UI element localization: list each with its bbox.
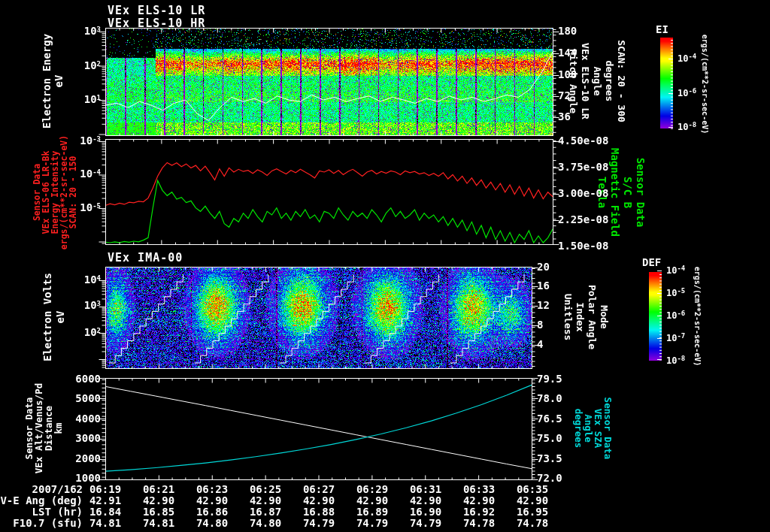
axis-tick-label: 3000 [75, 433, 101, 444]
table-cell: 42.90 [410, 495, 441, 506]
table-cell: 42.91 [89, 495, 121, 506]
table-cell: 74.78 [517, 518, 548, 529]
table-cell: 74.79 [410, 518, 441, 529]
axis-tick-label: 20 [537, 261, 550, 273]
axis-tick-label: 10-7 [666, 333, 685, 343]
exponent: -4 [677, 264, 685, 272]
axis-tick-label: 180 [558, 26, 577, 37]
exponent: -8 [677, 355, 685, 362]
exponent: 3 [97, 300, 101, 307]
exponent: -5 [92, 202, 101, 210]
axis-tick-label: 36 [558, 111, 571, 122]
table-cell: 42.90 [196, 495, 228, 506]
time-label: 06:21 [143, 484, 174, 495]
time-label: 06:29 [356, 484, 388, 495]
table-cell: 74.81 [143, 518, 174, 529]
axis-tick-label: 3.75e-08 [558, 162, 608, 173]
axis-tick-label: 72 [558, 90, 571, 101]
axis-tick-label: 10-5 [80, 202, 101, 213]
table-cell: 16.89 [356, 506, 388, 518]
mag-left-axis-label: Sensor Data VEx ELS-06 LR-Bk Energy Inte… [32, 135, 77, 249]
table-cell: 42.90 [143, 495, 174, 506]
table-cell: 74.79 [303, 518, 335, 529]
ima-left-axis-label: Electron Volts eV [41, 273, 67, 361]
els-left-axis-label: Electron Energy eV [41, 34, 65, 128]
orbit-left-axis-label: Sensor Data VEx Alt/Venus/Pd Distance km [24, 383, 63, 473]
exponent: -4 [688, 53, 696, 60]
orbit-right-axis-label: Sensor Data VEx SZA Angle degrees [574, 397, 613, 460]
table-cell: 74.81 [89, 518, 121, 529]
exponent: -8 [688, 121, 696, 128]
axis-tick-label: 1000 [75, 473, 101, 484]
time-label: 06:33 [463, 484, 495, 495]
els-lr-title: VEx ELS-10 LR [108, 5, 205, 17]
table-cell: 42.90 [303, 495, 335, 506]
table-cell: 16.95 [517, 506, 548, 518]
axis-tick-label: 144 [558, 47, 577, 59]
table-cell: 42.90 [463, 495, 495, 506]
exponent: -6 [677, 310, 685, 317]
table-cell: 42.90 [250, 495, 281, 506]
axis-tick-label: 103 [84, 26, 101, 37]
time-label: 06:19 [89, 484, 121, 495]
table-cell: 16.87 [250, 506, 281, 518]
date-label: 2007/162 [32, 484, 83, 495]
axis-tick-label: 78.0 [537, 393, 562, 404]
els-hr-title: VEx ELS-10 HR [108, 18, 205, 30]
exponent: 1 [97, 94, 101, 101]
table-cell: 74.79 [356, 518, 388, 529]
table-cell: 16.85 [143, 506, 174, 518]
axis-tick-label: 10-6 [678, 88, 696, 98]
table-row-label: F10.7 (sfu) [13, 518, 83, 529]
table-cell: 16.88 [303, 506, 335, 518]
axis-tick-label: 79.5 [537, 373, 562, 385]
axis-tick-label: 5000 [75, 393, 101, 404]
exponent: 2 [97, 327, 101, 334]
science-plot-screen: VEx ELS-10 LR VEx ELS-10 HR VEx IMA-00 E… [0, 0, 770, 532]
axis-tick-label: 8 [537, 319, 543, 331]
time-label: 06:25 [250, 484, 281, 495]
axis-tick-label: 6000 [75, 373, 101, 385]
axis-tick-label: 10-4 [678, 53, 696, 64]
axis-tick-label: 103 [84, 300, 101, 311]
axis-tick-label: 102 [84, 327, 101, 338]
exponent: 2 [97, 60, 101, 68]
table-cell: 42.90 [517, 495, 548, 506]
axis-tick-label: 73.5 [537, 453, 562, 464]
table-cell: 16.90 [410, 506, 441, 518]
table-cell: 16.86 [196, 506, 228, 518]
table-cell: 74.80 [250, 518, 281, 529]
exponent: -4 [92, 168, 101, 176]
ima-colorbar-title: DEF [642, 257, 661, 268]
exponent: -7 [677, 332, 685, 340]
axis-tick-label: 10-4 [666, 265, 685, 276]
exponent: -3 [92, 135, 101, 143]
exponent: 3 [97, 26, 101, 33]
axis-tick-label: 1.50e-08 [558, 240, 608, 252]
time-label: 06:23 [196, 484, 228, 495]
exponent: -5 [677, 287, 685, 295]
axis-tick-label: 10-4 [80, 168, 101, 180]
ima-right-axis-label: Mode Polar Angle Index Unitless [562, 285, 610, 349]
axis-tick-label: 2000 [75, 453, 101, 464]
els-colorbar-title: EI [656, 24, 668, 35]
axis-tick-label: 4 [537, 339, 543, 350]
axis-tick-label: 10-3 [80, 135, 101, 147]
els-colorbar-units: ergs/(cm**2-sr-sec-eV) [701, 35, 709, 134]
axis-tick-label: 3.00e-08 [558, 188, 608, 199]
time-label: 06:27 [303, 484, 335, 495]
exponent: -6 [688, 87, 696, 95]
exponent: 4 [97, 274, 101, 282]
axis-tick-label: 104 [84, 274, 101, 286]
axis-tick-label: 4000 [75, 413, 101, 425]
axis-tick-label: 10-8 [666, 355, 685, 366]
table-cell: 42.90 [356, 495, 388, 506]
axis-tick-label: 16 [537, 280, 550, 292]
table-cell: 16.84 [89, 506, 121, 518]
axis-tick-label: 102 [84, 60, 101, 71]
table-row-label: LST (hr) [32, 506, 83, 518]
axis-tick-label: 4.50e-08 [558, 135, 608, 147]
axis-tick-label: 76.5 [537, 413, 562, 425]
time-label: 06:31 [410, 484, 441, 495]
axis-tick-label: 72.0 [537, 473, 562, 484]
